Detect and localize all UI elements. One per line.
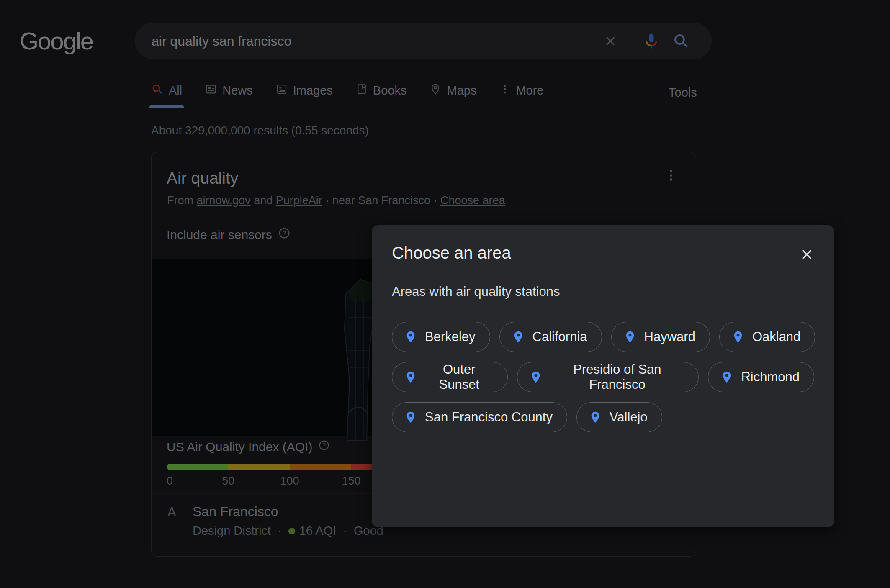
chip-row-1: Berkeley California Hayward Oakland: [392, 322, 814, 352]
area-chip-list: Berkeley California Hayward Oakland: [392, 322, 814, 432]
location-pin-icon: [623, 330, 637, 344]
chip-label: Outer Sunset: [425, 362, 493, 392]
chip-label: Richmond: [741, 370, 800, 385]
area-chip-richmond[interactable]: Richmond: [708, 362, 814, 392]
chip-label: Vallejo: [610, 410, 648, 425]
chip-label: Hayward: [644, 329, 695, 344]
dialog-title: Choose an area: [392, 244, 814, 262]
area-chip-hayward[interactable]: Hayward: [611, 322, 710, 352]
area-chip-california[interactable]: California: [499, 322, 602, 352]
location-pin-icon: [589, 411, 602, 424]
location-pin-icon: [529, 370, 543, 384]
location-pin-icon: [404, 370, 417, 384]
area-chip-outer-sunset[interactable]: Outer Sunset: [392, 362, 508, 392]
area-chip-presidio[interactable]: Presidio of San Francisco: [517, 362, 699, 392]
chip-label: Oakland: [752, 329, 800, 344]
area-chip-berkeley[interactable]: Berkeley: [392, 322, 490, 352]
google-search-page: Google air quality san francisco: [0, 0, 890, 588]
choose-area-dialog: Choose an area Areas with air quality st…: [372, 225, 834, 527]
location-pin-icon: [404, 330, 417, 344]
chip-row-2: Outer Sunset Presidio of San Francisco R…: [392, 362, 814, 392]
area-chip-vallejo[interactable]: Vallejo: [576, 402, 662, 432]
area-chip-san-francisco-county[interactable]: San Francisco County: [392, 402, 567, 432]
location-pin-icon: [720, 370, 733, 384]
chip-label: Berkeley: [425, 329, 476, 344]
chip-label: San Francisco County: [425, 410, 553, 425]
location-pin-icon: [512, 330, 525, 344]
location-pin-icon: [731, 330, 745, 344]
area-chip-oakland[interactable]: Oakland: [719, 322, 815, 352]
chip-row-3: San Francisco County Vallejo: [392, 402, 814, 432]
chip-label: California: [532, 329, 587, 344]
chip-label: Presidio of San Francisco: [550, 362, 684, 392]
location-pin-icon: [404, 411, 417, 424]
close-icon[interactable]: [798, 246, 815, 264]
dialog-subtitle: Areas with air quality stations: [392, 284, 814, 299]
